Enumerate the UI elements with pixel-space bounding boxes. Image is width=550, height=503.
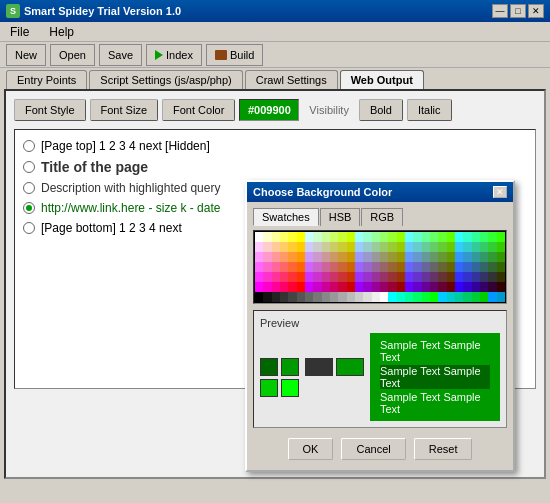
swatch-medium-green[interactable] xyxy=(281,358,299,376)
color-swatch[interactable] xyxy=(313,232,321,242)
color-swatch[interactable] xyxy=(430,272,438,282)
color-swatch[interactable] xyxy=(280,242,288,252)
color-swatch[interactable] xyxy=(413,232,421,242)
color-swatch[interactable] xyxy=(422,252,430,262)
color-swatch[interactable] xyxy=(422,262,430,272)
color-swatch[interactable] xyxy=(405,242,413,252)
color-swatch[interactable] xyxy=(380,242,388,252)
tab-hsb[interactable]: HSB xyxy=(320,208,361,226)
color-swatch[interactable] xyxy=(313,242,321,252)
color-swatch[interactable] xyxy=(330,262,338,272)
color-swatch[interactable] xyxy=(488,242,496,252)
color-swatch[interactable] xyxy=(430,232,438,242)
color-swatch[interactable] xyxy=(488,262,496,272)
color-swatch[interactable] xyxy=(313,252,321,262)
color-swatch[interactable] xyxy=(297,252,305,262)
color-swatch[interactable] xyxy=(372,272,380,282)
color-swatch[interactable] xyxy=(497,232,505,242)
color-swatch[interactable] xyxy=(330,292,338,302)
color-swatch[interactable] xyxy=(363,252,371,262)
color-swatch[interactable] xyxy=(288,232,296,242)
color-swatch[interactable] xyxy=(413,292,421,302)
color-swatch[interactable] xyxy=(463,272,471,282)
color-swatch[interactable] xyxy=(438,242,446,252)
color-swatches[interactable] xyxy=(253,230,507,304)
color-swatch[interactable] xyxy=(430,292,438,302)
font-color-button[interactable]: Font Color xyxy=(162,99,235,121)
color-swatch[interactable] xyxy=(372,282,380,292)
color-swatch[interactable] xyxy=(388,252,396,262)
menu-file[interactable]: File xyxy=(4,24,35,40)
color-swatch[interactable] xyxy=(480,262,488,272)
color-swatch[interactable] xyxy=(330,242,338,252)
color-swatch[interactable] xyxy=(455,232,463,242)
color-swatch[interactable] xyxy=(480,292,488,302)
color-swatch[interactable] xyxy=(263,232,271,242)
color-swatch[interactable] xyxy=(280,232,288,242)
color-swatch[interactable] xyxy=(430,252,438,262)
color-swatch[interactable] xyxy=(397,272,405,282)
color-swatch[interactable] xyxy=(422,232,430,242)
maximize-button[interactable]: □ xyxy=(510,4,526,18)
color-swatch[interactable] xyxy=(422,272,430,282)
color-swatch[interactable] xyxy=(397,262,405,272)
color-swatch[interactable] xyxy=(322,252,330,262)
color-swatch[interactable] xyxy=(305,252,313,262)
color-swatch[interactable] xyxy=(438,282,446,292)
cancel-button[interactable]: Cancel xyxy=(341,438,405,460)
color-swatch[interactable] xyxy=(263,292,271,302)
color-swatch[interactable] xyxy=(297,292,305,302)
color-swatch[interactable] xyxy=(347,272,355,282)
color-swatch[interactable] xyxy=(355,262,363,272)
color-swatch[interactable] xyxy=(280,272,288,282)
color-swatch[interactable] xyxy=(305,242,313,252)
color-swatch[interactable] xyxy=(347,282,355,292)
color-swatch[interactable] xyxy=(472,242,480,252)
color-swatch[interactable] xyxy=(480,282,488,292)
color-swatch[interactable] xyxy=(313,272,321,282)
color-swatch[interactable] xyxy=(272,262,280,272)
color-swatch[interactable] xyxy=(322,232,330,242)
color-swatch[interactable] xyxy=(488,272,496,282)
color-swatch[interactable] xyxy=(380,262,388,272)
swatch-bright-green[interactable] xyxy=(260,379,278,397)
tab-web-output[interactable]: Web Output xyxy=(340,70,424,89)
color-swatch[interactable] xyxy=(288,282,296,292)
color-swatch[interactable] xyxy=(255,262,263,272)
color-swatch[interactable] xyxy=(413,272,421,282)
color-swatch[interactable] xyxy=(472,232,480,242)
color-swatch[interactable] xyxy=(322,282,330,292)
color-swatch[interactable] xyxy=(322,292,330,302)
radio-title[interactable] xyxy=(23,161,35,173)
tab-rgb[interactable]: RGB xyxy=(361,208,403,226)
color-swatch[interactable] xyxy=(405,292,413,302)
color-swatch[interactable] xyxy=(363,282,371,292)
color-swatch[interactable] xyxy=(430,282,438,292)
tab-entry-points[interactable]: Entry Points xyxy=(6,70,87,89)
color-swatch[interactable] xyxy=(497,272,505,282)
color-swatch[interactable] xyxy=(472,282,480,292)
color-swatch[interactable] xyxy=(363,242,371,252)
list-item[interactable]: Title of the page xyxy=(23,156,527,178)
bold-button[interactable]: Bold xyxy=(359,99,403,121)
color-swatch[interactable] xyxy=(255,232,263,242)
color-swatch[interactable] xyxy=(380,272,388,282)
list-item[interactable]: [Page top] 1 2 3 4 next [Hidden] xyxy=(23,136,527,156)
color-swatch[interactable] xyxy=(497,262,505,272)
color-swatch[interactable] xyxy=(322,242,330,252)
color-swatch[interactable] xyxy=(388,232,396,242)
swatch-dark-green[interactable] xyxy=(260,358,278,376)
color-swatch[interactable] xyxy=(288,242,296,252)
color-swatch[interactable] xyxy=(397,252,405,262)
font-size-button[interactable]: Font Size xyxy=(90,99,158,121)
color-swatch[interactable] xyxy=(413,262,421,272)
color-swatch[interactable] xyxy=(405,272,413,282)
color-swatch[interactable] xyxy=(388,242,396,252)
color-swatch[interactable] xyxy=(380,292,388,302)
color-swatch[interactable] xyxy=(288,262,296,272)
color-swatch[interactable] xyxy=(488,232,496,242)
color-value-display[interactable]: #009900 xyxy=(239,99,299,121)
color-swatch[interactable] xyxy=(397,282,405,292)
color-swatch[interactable] xyxy=(288,252,296,262)
color-swatch[interactable] xyxy=(438,232,446,242)
